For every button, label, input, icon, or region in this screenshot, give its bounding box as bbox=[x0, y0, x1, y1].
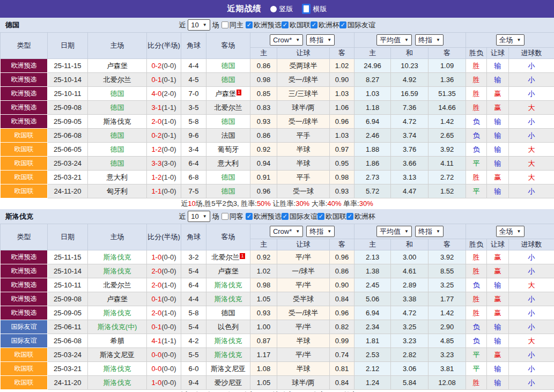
recent-count-select[interactable]: 10▼ bbox=[188, 211, 210, 222]
header-group-row: 类型日期主场比分(半场)角球客场Crow*▼终指▼平均值▼终指▼全场▼ bbox=[1, 224, 554, 239]
avg-draw: 4.72 bbox=[391, 306, 429, 320]
score: 3-3(3-0) bbox=[147, 157, 181, 171]
corners: 3-5 bbox=[181, 101, 206, 115]
avg-away: 1.42 bbox=[429, 306, 466, 320]
handicap: 半球 bbox=[277, 334, 330, 348]
result-outcome: 负 bbox=[466, 320, 487, 334]
league-filter-checkbox[interactable]: 欧洲预选 bbox=[246, 20, 282, 30]
score: 4-1(1-1) bbox=[147, 334, 181, 348]
league-filter-checkbox[interactable]: 欧洲杯 bbox=[311, 20, 339, 30]
column-header: 主场 bbox=[88, 33, 147, 59]
avg-type-select[interactable]: 平均值▼ bbox=[376, 226, 412, 237]
table-row: 欧国联25-03-21意大利1-2(1-0)6-8德国0.91平手0.982.7… bbox=[1, 171, 554, 184]
league-filter-checkbox[interactable]: 欧国联 bbox=[317, 212, 346, 221]
page-title: 近期战绩 bbox=[227, 4, 262, 14]
avg-away: 14.66 bbox=[429, 101, 466, 115]
odds-home: 0.83 bbox=[250, 101, 277, 115]
handicap: 受一/球半 bbox=[277, 115, 330, 129]
home-team-name: 意大利 bbox=[107, 173, 128, 181]
same-venue-checkbox[interactable]: 同客 bbox=[221, 212, 243, 221]
recent-count-select[interactable]: 10▼ bbox=[188, 19, 210, 31]
odds-home: 0.86 bbox=[250, 59, 277, 73]
odds-time-select[interactable]: 终指▼ bbox=[306, 226, 335, 237]
match-type: 欧洲预选 bbox=[1, 73, 48, 87]
avg-time-select[interactable]: 终指▼ bbox=[415, 226, 444, 237]
match-date: 25-09-05 bbox=[48, 115, 88, 129]
corners: 9-4 bbox=[181, 376, 206, 390]
summary-part: 场,胜5平2负3, 胜率: bbox=[196, 199, 257, 208]
score: 0-1(0-0) bbox=[147, 320, 181, 334]
result-handicap: 输 bbox=[487, 278, 509, 292]
odds-away: 0.82 bbox=[330, 320, 354, 334]
odds-source-select[interactable]: Crow*▼ bbox=[270, 226, 303, 237]
filter-bar: 德国 近 10▼ 场 同主 欧洲预选欧国联欧洲杯国际友谊 bbox=[0, 18, 554, 32]
scope-select[interactable]: 全场▼ bbox=[496, 226, 525, 237]
avg-type-select[interactable]: 平均值▼ bbox=[376, 34, 412, 46]
avg-time-select[interactable]: 终指▼ bbox=[415, 34, 444, 46]
match-date: 25-06-08 bbox=[48, 129, 88, 143]
match-date: 25-11-15 bbox=[48, 250, 88, 264]
odds-group-header: Crow*▼终指▼ bbox=[250, 224, 354, 239]
league-filter-checkbox[interactable]: 欧洲预选 bbox=[246, 212, 282, 221]
league-filter-checkbox[interactable]: 国际友谊 bbox=[339, 20, 375, 30]
filter-bar: 斯洛伐克 近 10▼ 场 同客 欧洲预选国际友谊欧国联欧洲杯 bbox=[0, 209, 554, 224]
avg-draw: 3.25 bbox=[391, 320, 429, 334]
home-team-name: 卢森堡 bbox=[107, 62, 128, 70]
odds-time-select[interactable]: 终指▼ bbox=[306, 34, 335, 46]
match-type: 欧国联 bbox=[1, 376, 48, 390]
sub-column-header: 进球数 bbox=[509, 239, 554, 250]
layout-radio-horizontal[interactable]: 横版 bbox=[302, 4, 327, 14]
radio-icon bbox=[270, 6, 277, 12]
halftime-score: (0-0) bbox=[161, 187, 176, 195]
away-team: 德国 bbox=[206, 115, 250, 129]
fulltime-score: 2-0 bbox=[151, 267, 161, 275]
score: 0-0(0-0) bbox=[147, 362, 181, 376]
table-row: 欧国联25-03-24德国3-3(3-0)6-4意大利0.94半球0.951.8… bbox=[1, 157, 554, 171]
handicap: 受一球 bbox=[277, 184, 330, 198]
match-date: 25-11-15 bbox=[48, 59, 88, 73]
table-row: 欧洲预选25-10-14北爱尔兰0-1(0-1)4-5德国0.98受一/球半0.… bbox=[1, 73, 554, 87]
league-filter-checkbox[interactable]: 欧洲杯 bbox=[346, 212, 375, 221]
same-venue-label: 同主 bbox=[230, 20, 243, 30]
match-type: 欧洲预选 bbox=[1, 87, 48, 101]
away-team-name: 德国 bbox=[221, 187, 235, 195]
result-outcome: 胜 bbox=[466, 59, 487, 73]
halftime-score: (0-0) bbox=[161, 379, 176, 387]
result-outcome: 负 bbox=[466, 115, 487, 129]
avg-away: 3.23 bbox=[429, 348, 466, 362]
avg-home: 6.94 bbox=[354, 306, 391, 320]
odds-source-select[interactable]: Crow*▼ bbox=[270, 34, 303, 46]
chevron-down-icon: ▼ bbox=[404, 38, 409, 42]
corners: 3-4 bbox=[181, 143, 206, 157]
home-team-name: 北爱尔兰 bbox=[104, 281, 131, 289]
avg-draw: 3.00 bbox=[391, 250, 429, 264]
result-handicap: 输 bbox=[487, 320, 509, 334]
same-venue-checkbox[interactable]: 同主 bbox=[221, 20, 243, 30]
radio-icon bbox=[302, 4, 311, 14]
corners: 5-8 bbox=[181, 115, 206, 129]
filter-controls: 近 10▼ 场 同客 欧洲预选国际友谊欧国联欧洲杯 bbox=[179, 211, 375, 222]
handicap: 半球 bbox=[277, 143, 330, 157]
column-header: 比分(半场) bbox=[147, 33, 181, 59]
league-filter-checkbox[interactable]: 国际友谊 bbox=[282, 212, 317, 221]
home-team: 意大利 bbox=[88, 171, 147, 184]
odds-away: 0.95 bbox=[330, 157, 354, 171]
sub-column-header: 胜负 bbox=[466, 239, 487, 250]
result-handicap: 赢 bbox=[487, 87, 509, 101]
avg-home: 1.81 bbox=[354, 334, 391, 348]
chevron-down-icon: ▼ bbox=[517, 38, 521, 42]
radio-vertical-label: 竖版 bbox=[279, 4, 293, 14]
match-date: 25-09-08 bbox=[48, 101, 88, 115]
home-team-name: 希腊 bbox=[110, 337, 124, 345]
away-team: 斯洛伐克 bbox=[206, 334, 250, 348]
match-date: 25-10-11 bbox=[48, 87, 88, 101]
checkbox-icon bbox=[282, 213, 289, 220]
odds-away: 0.96 bbox=[330, 115, 354, 129]
summary-part: 30% bbox=[296, 199, 309, 208]
result-outcome: 胜 bbox=[466, 264, 487, 278]
match-date: 25-03-21 bbox=[48, 171, 88, 184]
layout-radio-vertical[interactable]: 竖版 bbox=[270, 4, 293, 14]
handicap: 平手 bbox=[277, 129, 330, 143]
league-filter-checkbox[interactable]: 欧国联 bbox=[282, 20, 311, 30]
scope-select[interactable]: 全场▼ bbox=[496, 34, 525, 46]
